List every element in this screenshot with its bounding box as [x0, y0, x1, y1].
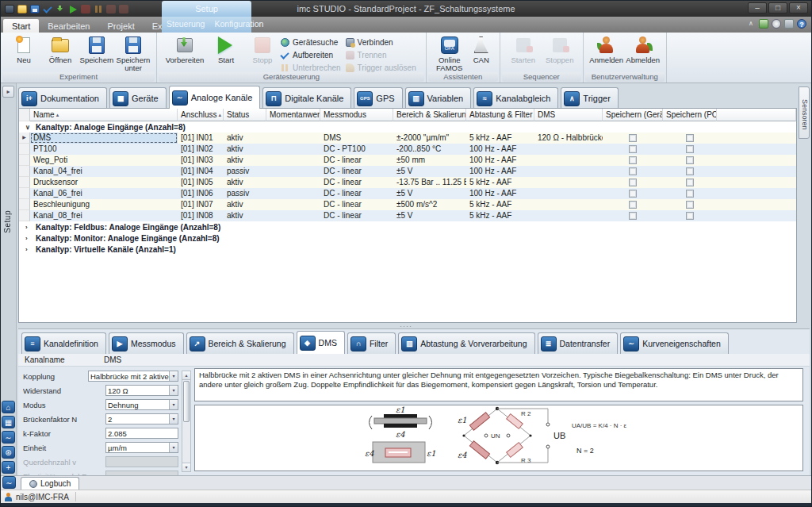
options-icon[interactable]: ⊛: [2, 446, 15, 459]
col-speichern-geraet[interactable]: Speichern (Gerät): [603, 109, 663, 121]
aufbereiten-button[interactable]: Aufbereiten: [281, 49, 341, 61]
minimize-button[interactable]: –: [748, 2, 767, 13]
panel-edit-icon[interactable]: [759, 19, 768, 29]
col-momentanwert[interactable]: Momentanwert: [266, 109, 320, 121]
tab-datentransfer[interactable]: ≣ Datentransfer: [538, 332, 619, 354]
tab-filter[interactable]: ∩ Filter: [347, 332, 396, 354]
speichern-geraet-checkbox[interactable]: [629, 179, 637, 186]
cell-name[interactable]: Kanal_08_frei: [30, 210, 178, 221]
table-row[interactable]: Weg_Poti [01] IN03 aktiv DC - linear ±50…: [19, 155, 796, 166]
tab-konfiguration[interactable]: Konfiguration: [209, 17, 268, 33]
modus-select[interactable]: Dehnung▾: [105, 399, 178, 410]
tab-projekt[interactable]: Projekt: [98, 19, 143, 33]
sidebar-expand-icon[interactable]: ▸: [2, 86, 14, 98]
tab-bereich-skalierung[interactable]: ↗ Bereich & Skalierung: [186, 332, 294, 354]
tab-kanaldefinition[interactable]: ≡ Kanaldefinition: [21, 332, 106, 354]
speichern-pc-checkbox[interactable]: [686, 167, 694, 175]
speichern-geraet-checkbox[interactable]: [629, 156, 637, 164]
tab-analoge-kanaele[interactable]: ∼ Analoge Kanäle: [169, 86, 261, 109]
tab-kanalabgleich[interactable]: ≈ Kanalabgleich: [473, 87, 558, 109]
kopplung-select[interactable]: Halbbrücke mit 2 aktiven DMS in uni...▾: [88, 371, 178, 382]
table-row[interactable]: Drucksensor [01] IN05 aktiv DC - linear …: [19, 177, 796, 188]
col-messmodus[interactable]: Messmodus: [320, 109, 393, 121]
stoppen-button[interactable]: Stoppen: [542, 34, 578, 64]
start-icon[interactable]: [68, 5, 78, 13]
col-status[interactable]: Status: [224, 109, 266, 121]
table-row[interactable]: ▶ DMS [01] IN01 aktiv DMS ±-2000 "µm/m" …: [19, 133, 796, 144]
help-icon[interactable]: ?: [797, 19, 806, 29]
expand-closed-icon[interactable]: ›: [25, 235, 32, 242]
col-speichern-pc[interactable]: Speichern (PC): [663, 109, 717, 121]
table-row[interactable]: Kanal_06_frei [01] IN06 passiv DC - line…: [19, 188, 796, 199]
trennen-button[interactable]: Trennen: [346, 49, 416, 61]
kfaktor-input[interactable]: 2.085: [105, 428, 178, 439]
speichern-pc-checkbox[interactable]: [686, 212, 694, 220]
expand-closed-icon[interactable]: ›: [25, 246, 32, 253]
cell-status[interactable]: aktiv: [224, 133, 266, 144]
group-row-virtuell[interactable]: › Kanaltyp: Virtuelle Kanäle (Anzahl=1): [19, 244, 796, 255]
speichern-geraet-checkbox[interactable]: [629, 167, 637, 175]
close-button[interactable]: ×: [789, 2, 808, 13]
table-row[interactable]: PT100 [01] IN02 aktiv DC - PT100 -200..8…: [19, 144, 796, 155]
connect-check-icon[interactable]: [43, 5, 52, 13]
speichern-unter-button[interactable]: Speichern unter: [115, 34, 151, 73]
stop-icon[interactable]: [81, 5, 90, 13]
open-icon[interactable]: [17, 5, 27, 13]
save-icon[interactable]: [30, 5, 40, 13]
verbinden-button[interactable]: Verbinden: [346, 36, 416, 48]
collapse-ribbon-icon[interactable]: ∧: [746, 19, 756, 29]
speichern-pc-checkbox[interactable]: [686, 201, 694, 209]
online-famos-button[interactable]: OFA Online FAMOS: [431, 34, 468, 73]
cell-messmodus[interactable]: DMS: [320, 133, 393, 144]
col-bereich[interactable]: Bereich & Skalierung: [393, 109, 466, 121]
tab-variablen[interactable]: ▥ Variablen: [405, 87, 472, 109]
group-row-analog[interactable]: ∨ Kanaltyp: Analoge Eingänge (Anzahl=8): [19, 121, 796, 133]
speichern-geraet-checkbox[interactable]: [629, 212, 637, 220]
prepare-icon[interactable]: [56, 5, 65, 13]
table-row[interactable]: Kanal_04_frei [01] IN04 passiv DC - line…: [19, 166, 796, 177]
scrollbar-thumb[interactable]: [183, 381, 190, 422]
cell-name[interactable]: Beschleunigung: [30, 199, 178, 210]
cell-name[interactable]: Kanal_06_frei: [30, 188, 178, 199]
cell-momentanwert[interactable]: [266, 133, 320, 144]
trigger-icon[interactable]: [119, 5, 128, 13]
anmelden-button[interactable]: Anmelden: [588, 34, 625, 64]
group-row-feldbus[interactable]: › Kanaltyp: Feldbus: Analoge Eingänge (A…: [19, 221, 796, 232]
speichern-geraet-checkbox[interactable]: [629, 201, 637, 209]
cell-name[interactable]: PT100: [30, 144, 178, 155]
tab-bearbeiten[interactable]: Bearbeiten: [39, 19, 98, 33]
scroll-up-icon[interactable]: ▴: [182, 371, 190, 380]
can-button[interactable]: CAN: [468, 34, 495, 64]
col-abtastung[interactable]: Abtastung & Filter: [466, 109, 534, 121]
tab-steuerung[interactable]: Steuerung: [162, 17, 209, 33]
cell-bereich[interactable]: ±-2000 "µm/m": [393, 133, 466, 144]
speichern-button[interactable]: Speichern: [79, 34, 115, 64]
einheit-select[interactable]: µm/m▾: [105, 442, 178, 453]
tab-digitale-kanaele[interactable]: ⊓ Digitale Kanäle: [262, 87, 351, 109]
speichern-geraet-checkbox[interactable]: [629, 145, 637, 153]
cell-anschluss[interactable]: [01] IN01: [178, 133, 224, 144]
tools-icon[interactable]: [784, 19, 794, 29]
cell-name[interactable]: Kanal_04_frei: [30, 166, 178, 177]
tab-dokumentation[interactable]: i+ Dokumentation: [18, 87, 107, 109]
table-row[interactable]: Beschleunigung [01] IN07 aktiv DC - line…: [19, 199, 796, 210]
tab-kurveneigenschaften[interactable]: ∼ Kurveneigenschaften: [620, 332, 729, 354]
logbuch-tab[interactable]: Logbuch: [21, 477, 79, 490]
tab-dms[interactable]: ◈ DMS: [297, 331, 345, 354]
devices-icon[interactable]: ▦: [2, 416, 15, 428]
sensoren-side-tab[interactable]: Sensoren: [799, 86, 810, 139]
starten-button[interactable]: Starten: [505, 34, 542, 64]
app-menu-icon[interactable]: [5, 5, 14, 13]
cell-name[interactable]: Weg_Poti: [30, 155, 178, 166]
cell-abtastung[interactable]: 5 kHz - AAF: [466, 133, 534, 144]
disconnect-icon[interactable]: [106, 5, 116, 13]
maximize-button[interactable]: □: [768, 2, 787, 13]
row-marker-icon[interactable]: ▶: [19, 133, 30, 144]
cell-name[interactable]: Drucksensor: [30, 177, 178, 188]
tab-gps[interactable]: GPS GPS: [354, 87, 402, 109]
cell-dms[interactable]: 120 Ω - Halbbrücke mit ...: [534, 133, 603, 144]
plugins-icon[interactable]: +: [2, 461, 15, 474]
tab-geraete[interactable]: ▦ Geräte: [109, 87, 167, 109]
speichern-pc-checkbox[interactable]: [686, 156, 694, 164]
tab-trigger[interactable]: ∧ Trigger: [561, 87, 618, 109]
